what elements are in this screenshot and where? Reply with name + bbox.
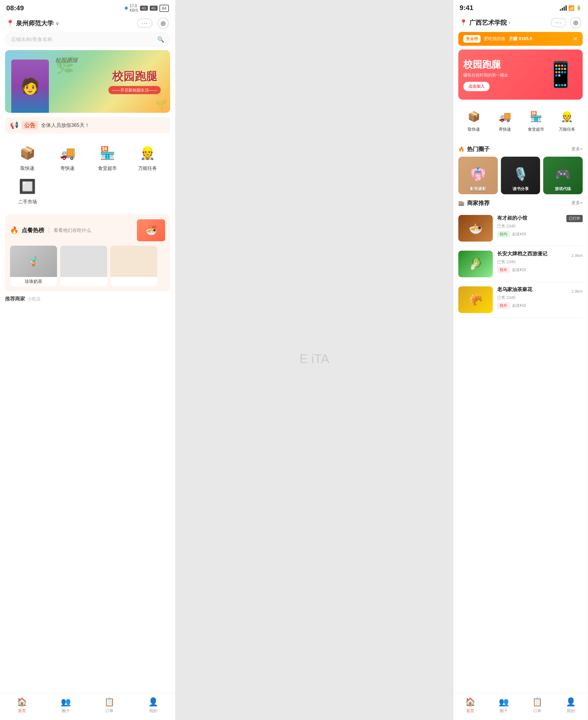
hot-circles-header: 🔥 热门圈子 更多+ bbox=[458, 145, 583, 153]
merchant-card-3[interactable]: 🥐 老乌家油茶麻花 已售:2345 校外 起送¥10 2.8km bbox=[458, 282, 583, 318]
fire-icon: 🔥 bbox=[10, 226, 19, 234]
hot-circles-more[interactable]: 更多+ bbox=[571, 146, 583, 152]
hot-item-2[interactable] bbox=[60, 246, 107, 286]
service-item-canteen[interactable]: 🏪 食堂超市 bbox=[92, 143, 123, 171]
location-right[interactable]: 📍 广西艺术学院 › bbox=[460, 19, 510, 27]
signal-bars-right bbox=[560, 5, 567, 11]
scan-button-left[interactable]: ◎ bbox=[158, 18, 169, 29]
network1: 4G bbox=[140, 6, 148, 11]
hot-item-label-3 bbox=[110, 277, 157, 281]
merchant-card-2[interactable]: 🥬 长安大牌档之西游漫记 已售:2345 校外 起送¥10 2.8km bbox=[458, 246, 583, 282]
location-text-left: 泉州师范大学 bbox=[16, 19, 54, 27]
circle-card-gaming[interactable]: 🎮 游戏代练 bbox=[543, 157, 583, 194]
pickup-icon: 📦 bbox=[18, 143, 38, 163]
nav-item-home[interactable]: 🏠 首页 bbox=[17, 697, 27, 714]
hot-item-img-1: 🧋 bbox=[10, 246, 57, 277]
gaming-icon: 🎮 bbox=[555, 167, 571, 181]
search-placeholder-left: 店铺名称/美食名称 bbox=[11, 36, 52, 43]
merchant-tags-2: 校外 起送¥10 bbox=[497, 267, 583, 273]
location-left[interactable]: 📍 泉州师范大学 ∨ bbox=[6, 19, 59, 27]
reward-bar: 赏金榜 爱吃猫的鱼 月赚 ¥165.8 ✕ bbox=[458, 32, 583, 46]
tag-school-outside-2: 校外 bbox=[497, 267, 510, 273]
hot-items-row: 🧋 珍珠奶茶 bbox=[10, 246, 165, 286]
right-circles-label: 圈子 bbox=[500, 708, 508, 714]
time-left: 08:49 bbox=[6, 4, 24, 12]
nav-item-profile[interactable]: 👤 我的 bbox=[148, 697, 158, 714]
nav-item-circles[interactable]: 👥 圈子 bbox=[61, 697, 71, 714]
task-label: 万能任务 bbox=[138, 165, 157, 171]
right-home-label: 首页 bbox=[466, 708, 474, 714]
right-canteen-label: 食堂超市 bbox=[528, 127, 544, 132]
banner-right-decoration: 📱 bbox=[545, 60, 576, 89]
header-actions-right: ··· ◎ bbox=[551, 17, 582, 28]
nav-item-orders[interactable]: 📋 订单 bbox=[104, 697, 114, 714]
banner-join-button[interactable]: 点击加入 bbox=[463, 82, 490, 91]
merchant-sales-2: 已售:2345 bbox=[497, 259, 583, 265]
service-item-send[interactable]: 🚚 寄快递 bbox=[52, 143, 83, 171]
right-nav-home[interactable]: 🏠 首页 bbox=[465, 697, 475, 714]
right-profile-icon: 👤 bbox=[566, 697, 576, 707]
circles-row: 👘 影视摄影 🎙️ 读书分享 🎮 游戏代练 bbox=[458, 157, 583, 194]
time-right: 9:41 bbox=[460, 4, 473, 12]
tag-school-inside-1: 校内 bbox=[497, 231, 510, 238]
location-pin-right: 📍 bbox=[460, 19, 467, 26]
dots-button-right[interactable]: ··· bbox=[551, 18, 566, 27]
reward-info: 赏金榜 爱吃猫的鱼 月赚 ¥165.8 bbox=[463, 35, 532, 43]
right-profile-label: 我的 bbox=[567, 708, 575, 714]
right-nav-circles[interactable]: 👥 圈子 bbox=[499, 697, 509, 714]
circle-card-movies[interactable]: 👘 影视摄影 bbox=[458, 157, 498, 194]
hot-item-label-2 bbox=[60, 277, 107, 281]
search-bar-left[interactable]: 店铺名称/美食名称 🔍 bbox=[5, 33, 170, 46]
banner-right-content: 校园跑腿 赚取在校时期的第一桶金 点击加入 bbox=[463, 58, 508, 91]
right-orders-label: 订单 bbox=[533, 708, 541, 714]
hot-title: 点餐热榜 bbox=[22, 227, 44, 234]
merchants-more[interactable]: 更多+ bbox=[571, 200, 583, 206]
right-service-pickup[interactable]: 📦 取快递 bbox=[466, 108, 482, 132]
hot-item-label-1: 珍珠奶茶 bbox=[10, 277, 57, 286]
send-label: 寄快递 bbox=[61, 165, 75, 171]
pickup-label: 取快递 bbox=[20, 165, 35, 171]
hot-circles-title: 热门圈子 bbox=[467, 145, 490, 153]
banner-main-text: 校园跑腿 bbox=[108, 69, 161, 84]
scan-button-right[interactable]: ◎ bbox=[570, 17, 582, 28]
banner-right: 校园跑腿 赚取在校时期的第一桶金 点击加入 📱 bbox=[458, 49, 583, 100]
merchants-title: 商家推荐 bbox=[467, 199, 490, 207]
signal-bar-1 bbox=[560, 9, 561, 11]
service-item-secondhand[interactable]: 🔲 二手市场 bbox=[12, 177, 43, 205]
right-nav-profile[interactable]: 👤 我的 bbox=[566, 697, 576, 714]
header-left: 📍 泉州师范大学 ∨ ··· ◎ bbox=[0, 15, 175, 33]
right-pickup-icon: 📦 bbox=[466, 108, 482, 125]
status-icons-left: 17.0KB/S 4G 4G 84 bbox=[125, 4, 169, 13]
right-orders-icon: 📋 bbox=[532, 697, 542, 707]
right-service-send[interactable]: 🚚 寄快递 bbox=[497, 108, 513, 132]
circle-card-reading[interactable]: 🎙️ 读书分享 bbox=[501, 157, 540, 194]
service-item-pickup[interactable]: 📦 取快递 bbox=[12, 143, 43, 171]
chevron-right-icon: › bbox=[509, 20, 510, 25]
search-icon-left: 🔍 bbox=[157, 36, 164, 43]
scan-icon-right: ◎ bbox=[573, 19, 578, 26]
hot-item-1[interactable]: 🧋 珍珠奶茶 bbox=[10, 246, 57, 286]
bottom-nav-left: 🏠 首页 👥 圈子 📋 订单 👤 我的 bbox=[0, 693, 175, 720]
right-service-task[interactable]: 👷 万能任务 bbox=[559, 108, 575, 132]
left-phone: 08:49 17.0KB/S 4G 4G 84 📍 泉州师范大学 ∨ ··· ◎… bbox=[0, 0, 175, 720]
notice-icon: 📢 bbox=[10, 121, 19, 129]
right-send-icon: 🚚 bbox=[497, 108, 513, 125]
signal-text: 17.0KB/S bbox=[130, 4, 138, 13]
gap-label: E iTA bbox=[299, 352, 329, 368]
merchant-card-1[interactable]: 🍜 有才叔的小馆 已售:2345 校内 起送¥10 2.8km 已打烊 bbox=[458, 210, 583, 246]
wifi-icon-right: 📶 bbox=[568, 5, 574, 11]
dots-button-left[interactable]: ··· bbox=[137, 19, 152, 28]
right-service-canteen[interactable]: 🏪 食堂超市 bbox=[528, 108, 544, 132]
secondhand-icon: 🔲 bbox=[18, 177, 38, 197]
right-nav-orders[interactable]: 📋 订单 bbox=[532, 697, 542, 714]
location-pin-icon: 📍 bbox=[6, 19, 14, 27]
recommend-label: 推荐商家 bbox=[5, 296, 25, 302]
service-item-task[interactable]: 👷 万能任务 bbox=[132, 143, 163, 171]
hot-item-3[interactable] bbox=[110, 246, 157, 286]
recommend-section: 推荐商家 小吃店 bbox=[5, 296, 170, 305]
right-send-label: 寄快递 bbox=[499, 127, 511, 132]
merchant-img-2: 🥬 bbox=[458, 251, 493, 277]
reward-close-button[interactable]: ✕ bbox=[573, 35, 578, 42]
badge-opened-1: 已打烊 bbox=[566, 215, 583, 222]
right-task-icon: 👷 bbox=[559, 108, 575, 125]
